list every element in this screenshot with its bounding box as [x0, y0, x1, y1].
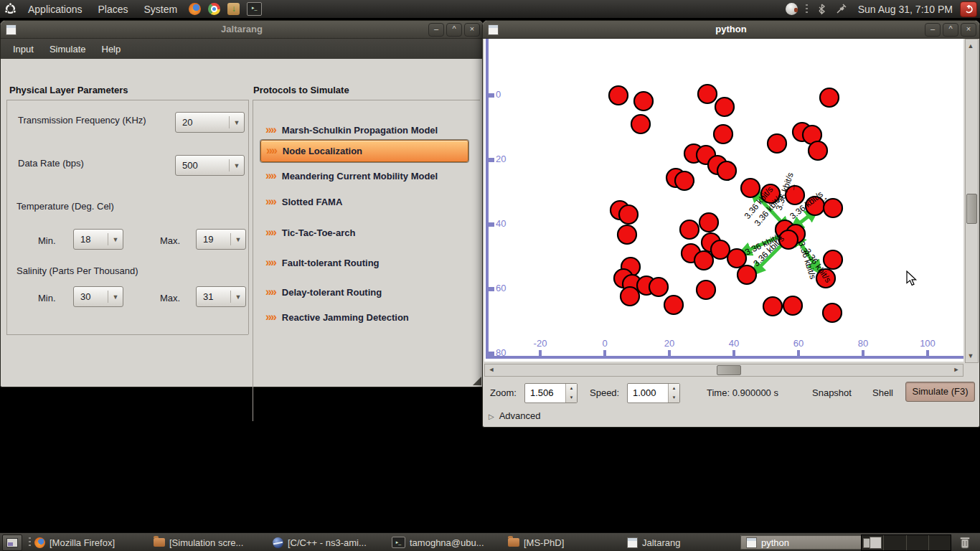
- close-button[interactable]: ×: [464, 23, 480, 37]
- horizontal-scroll-thumb[interactable]: [717, 365, 741, 375]
- network-node[interactable]: [621, 287, 639, 306]
- trash-icon[interactable]: [958, 535, 971, 551]
- spin-down-icon[interactable]: ▼: [669, 393, 679, 402]
- network-node[interactable]: [717, 161, 736, 180]
- network-node[interactable]: [619, 205, 638, 224]
- workspace-cell[interactable]: [907, 535, 929, 550]
- sal-max-combo[interactable]: 31 ▼: [196, 286, 246, 307]
- chrome-icon[interactable]: [208, 3, 220, 15]
- workspace-cell[interactable]: [862, 535, 884, 550]
- software-updater-icon[interactable]: ↓: [227, 3, 240, 15]
- protocol-item[interactable]: »»Delay-tolerant Routing: [260, 282, 467, 303]
- minimize-button[interactable]: –: [428, 23, 444, 37]
- network-node[interactable]: [634, 92, 653, 110]
- protocol-item[interactable]: »»Marsh-Schulkin Propagation Model: [260, 120, 467, 141]
- network-node[interactable]: [697, 281, 715, 299]
- python-titlebar[interactable]: python – ^ ×: [483, 21, 979, 39]
- workspace-cell[interactable]: [884, 535, 906, 550]
- firefox-icon[interactable]: [189, 3, 201, 15]
- network-node[interactable]: [631, 115, 650, 133]
- vertical-scrollbar[interactable]: ▲ ▼: [965, 39, 979, 363]
- panel-clock[interactable]: Sun Aug 31, 7:10 PM: [851, 4, 960, 15]
- freq-combo[interactable]: 20 ▼: [175, 112, 245, 133]
- network-node[interactable]: [715, 98, 734, 116]
- ubuntu-logo-icon[interactable]: [4, 3, 17, 15]
- taskbar-item[interactable]: Jaltarang: [621, 535, 686, 550]
- horizontal-scrollbar[interactable]: ◄ ►: [484, 364, 963, 377]
- datarate-combo[interactable]: 500 ▼: [175, 155, 245, 176]
- sal-min-combo[interactable]: 30 ▼: [73, 286, 123, 307]
- menu-applications[interactable]: Applications: [20, 0, 90, 18]
- taskbar-item[interactable]: ▸_tamoghna@ubu...: [386, 535, 490, 550]
- network-node[interactable]: [609, 86, 628, 105]
- scroll-down-icon[interactable]: ▼: [966, 351, 976, 361]
- network-node[interactable]: [664, 296, 683, 314]
- network-node[interactable]: [783, 296, 802, 315]
- bluetooth-icon[interactable]: [816, 3, 828, 15]
- taskbar-item[interactable]: [C/C++ - ns3-ami...: [267, 535, 372, 550]
- taskbar-item[interactable]: [MS-PhD]: [502, 535, 570, 550]
- network-node[interactable]: [809, 141, 827, 160]
- snapshot-button[interactable]: Snapshot: [812, 387, 852, 398]
- protocol-item[interactable]: »»Tic-Tac-Toe-arch: [260, 222, 467, 243]
- speed-spinbox[interactable]: 1.000 ▲▼: [627, 383, 680, 403]
- resize-grip[interactable]: [473, 377, 481, 385]
- scroll-up-icon[interactable]: ▲: [966, 41, 976, 51]
- network-node[interactable]: [738, 265, 756, 284]
- menu-input[interactable]: Input: [5, 44, 42, 55]
- network-node[interactable]: [820, 88, 839, 107]
- network-node[interactable]: [618, 225, 636, 244]
- taskbar-item[interactable]: [Mozilla Firefox]: [29, 535, 121, 550]
- protocol-item[interactable]: »»Slotted FAMA: [260, 192, 467, 212]
- maximize-button[interactable]: ^: [943, 23, 958, 37]
- power-icon[interactable]: [960, 1, 977, 17]
- network-node[interactable]: [823, 303, 842, 322]
- taskbar-item[interactable]: [Simulation scre...: [148, 535, 249, 550]
- minimize-button[interactable]: –: [925, 23, 941, 37]
- scroll-left-icon[interactable]: ◄: [486, 364, 496, 375]
- menu-help[interactable]: Help: [94, 44, 129, 55]
- spin-up-icon[interactable]: ▲: [669, 384, 679, 393]
- close-button[interactable]: ×: [961, 23, 976, 37]
- network-node[interactable]: [824, 250, 842, 269]
- menu-simulate[interactable]: Simulate: [42, 44, 94, 55]
- network-node[interactable]: [714, 125, 732, 143]
- protocol-item[interactable]: »»Node Localization: [260, 140, 468, 162]
- network-node[interactable]: [694, 251, 713, 270]
- temp-min-combo[interactable]: 18 ▼: [73, 229, 123, 250]
- vertical-scroll-thumb[interactable]: [966, 194, 977, 224]
- network-node[interactable]: [698, 85, 717, 103]
- workspace-cell[interactable]: [929, 535, 951, 550]
- network-node[interactable]: [680, 220, 699, 239]
- network-node[interactable]: [699, 213, 718, 232]
- temp-max-combo[interactable]: 19 ▼: [196, 229, 246, 250]
- spin-down-icon[interactable]: ▼: [566, 393, 577, 402]
- menu-system[interactable]: System: [136, 0, 186, 18]
- scroll-right-icon[interactable]: ►: [951, 364, 961, 375]
- menu-places[interactable]: Places: [90, 0, 136, 18]
- taskbar-item[interactable]: python: [740, 535, 868, 550]
- network-node[interactable]: [649, 278, 668, 296]
- zoom-spinbox[interactable]: 1.506 ▲▼: [524, 383, 578, 403]
- show-desktop-button[interactable]: [2, 534, 22, 551]
- simulate-button[interactable]: Simulate (F3): [905, 382, 975, 402]
- protocol-item[interactable]: »»Reactive Jamming Detection: [260, 307, 467, 328]
- workspace-switcher[interactable]: [861, 534, 951, 551]
- network-node[interactable]: [727, 249, 746, 268]
- volume-icon[interactable]: [786, 3, 798, 15]
- shell-button[interactable]: Shell: [872, 387, 893, 398]
- jaltarang-titlebar[interactable]: Jaltarang – ^ ×: [1, 21, 483, 39]
- plot-canvas[interactable]: 3.36 kbit/s3.36 kbit/s3.36 kbit/s3.36 kb…: [484, 39, 963, 362]
- network-node[interactable]: [675, 171, 694, 190]
- network-node[interactable]: [711, 240, 730, 259]
- maximize-button[interactable]: ^: [446, 23, 462, 37]
- network-node[interactable]: [763, 297, 782, 316]
- advanced-expander[interactable]: ▷Advanced: [489, 410, 541, 421]
- spin-up-icon[interactable]: ▲: [566, 384, 577, 393]
- protocol-item[interactable]: »»Meandering Current Mobility Model: [260, 166, 467, 187]
- terminal-icon[interactable]: ▸_: [247, 2, 262, 16]
- network-node[interactable]: [768, 134, 786, 153]
- network-node[interactable]: [741, 179, 760, 197]
- protocol-item[interactable]: »»Fault-tolerant Routing: [260, 253, 467, 273]
- network-icon[interactable]: [835, 3, 847, 15]
